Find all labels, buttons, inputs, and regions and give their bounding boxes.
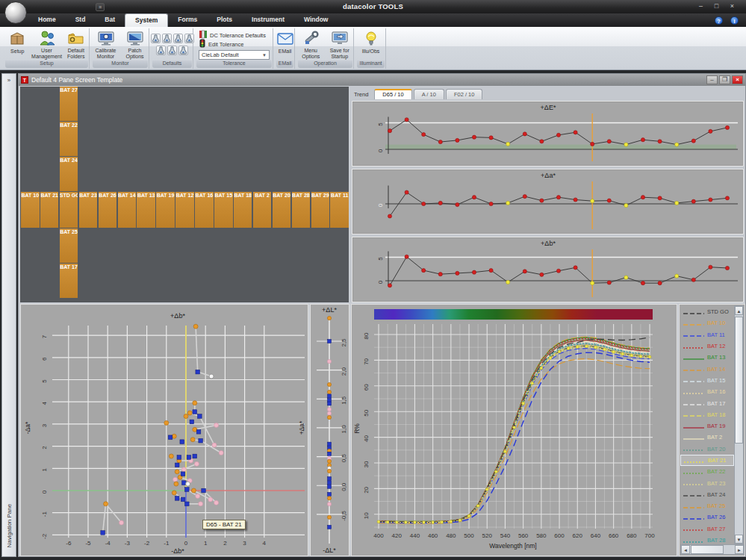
menu-tab-instrument[interactable]: Instrument <box>242 13 294 27</box>
menu-tab-system[interactable]: System <box>125 13 168 27</box>
doc-close-button[interactable]: × <box>732 75 743 84</box>
legend-item-bat-28[interactable]: BAT 28 <box>680 535 734 544</box>
svg-text:-4: -4 <box>105 540 111 547</box>
tab-f02-10[interactable]: F02 / 10 <box>446 89 483 99</box>
scroll-thumb[interactable] <box>735 317 743 444</box>
patch-bat-2[interactable]: BAT 2 <box>253 192 272 228</box>
flask-icon <box>179 44 187 57</box>
patch-bat-12[interactable]: BAT 12 <box>175 192 194 228</box>
minimize-button[interactable]: – <box>696 2 706 10</box>
patch-bat-17[interactable]: BAT 17 <box>60 264 78 298</box>
menu-tab-forms[interactable]: Forms <box>168 13 207 27</box>
default-option-button[interactable] <box>167 46 177 55</box>
svg-text:500: 500 <box>464 532 474 539</box>
svg-text:0: 0 <box>41 490 48 494</box>
default-option-button[interactable] <box>156 46 166 55</box>
spectral-curve-pane[interactable]: 1020304050607080400420440460480500520540… <box>351 304 677 556</box>
help-icon[interactable]: ? <box>715 16 723 25</box>
flask-icon <box>168 44 176 57</box>
setup-button[interactable]: Setup <box>4 28 31 60</box>
scroll-right-icon[interactable]: ► <box>735 545 744 554</box>
menu-options-button[interactable]: Menu Options <box>297 28 325 60</box>
tab-a-10[interactable]: A / 10 <box>414 89 444 99</box>
illu-obs-button[interactable]: Illu/Obs <box>356 28 385 60</box>
patch-bat-22[interactable]: BAT 22 <box>60 122 78 156</box>
svg-text:Wavelength [nm]: Wavelength [nm] <box>489 542 536 550</box>
patch-bat-20[interactable]: BAT 20 <box>273 192 291 228</box>
menu-tab-window[interactable]: Window <box>294 13 338 27</box>
patch-bat-18[interactable]: BAT 18 <box>234 192 252 228</box>
svg-text:+Δa*: +Δa* <box>541 172 556 179</box>
info-icon[interactable]: i <box>730 16 739 25</box>
ab-scatter-pane[interactable]: -6-5-4-3-2-101234-2-101234567+Δb*-Δb*-Δa… <box>20 304 308 556</box>
svg-text:0: 0 <box>184 540 188 547</box>
default-option-button[interactable] <box>184 34 194 43</box>
svg-text:80: 80 <box>363 332 370 339</box>
patch-bat-19[interactable]: BAT 19 <box>156 192 175 228</box>
patch-bat-16[interactable]: BAT 16 <box>195 192 214 228</box>
default-option-button[interactable] <box>151 34 161 43</box>
edit-tolerance-button[interactable]: Edit Tolerance <box>199 40 270 49</box>
patch-bat-23[interactable]: BAT 23 <box>79 192 98 228</box>
svg-text:70: 70 <box>363 358 370 364</box>
trend-chart-2[interactable]: 0+Δa* <box>352 169 744 234</box>
calibrate-monitor-button[interactable]: Calibrate Monitor <box>92 28 119 60</box>
app-logo-icon[interactable] <box>4 1 27 24</box>
document-titlebar[interactable]: T Default 4 Pane Screen Template – ❐ × <box>19 74 745 86</box>
lightness-strip-pane[interactable]: 2,52,01,51,00,50,0-0,5+ΔL*-ΔL* <box>310 304 349 556</box>
email-button[interactable]: EMail <box>276 28 294 60</box>
scroll-left-icon[interactable]: ◄ <box>681 545 690 554</box>
patch-bat-10[interactable]: BAT 10 <box>21 192 40 228</box>
svg-text:-3: -3 <box>125 540 131 547</box>
default-option-button[interactable] <box>173 34 183 43</box>
trend-chart-1[interactable]: 50+ΔE* <box>352 101 744 167</box>
scroll-thumb[interactable] <box>691 545 724 554</box>
patch-bat-28[interactable]: BAT 28 <box>292 192 311 228</box>
tab-d65-10[interactable]: D65 / 10 <box>374 89 411 99</box>
patch-std-go[interactable]: STD GO <box>60 192 78 228</box>
ribbon-group-label: Operation <box>298 60 352 68</box>
doc-minimize-button[interactable]: – <box>706 75 718 84</box>
patch-bat-11[interactable]: BAT 11 <box>330 192 349 228</box>
menu-tab-std[interactable]: Std <box>66 13 96 27</box>
legend-horizontal-scrollbar[interactable]: ◄ ► <box>680 544 745 555</box>
svg-text:520: 520 <box>482 532 493 539</box>
users-icon <box>38 30 56 47</box>
ribbon-group-operation: Menu OptionsSave for StartupOperation <box>297 28 354 69</box>
default-option-button[interactable] <box>162 34 172 43</box>
patch-bat-13[interactable]: BAT 13 <box>137 192 155 228</box>
menu-tab-bat[interactable]: Bat <box>95 13 125 27</box>
doc-restore-button[interactable]: ❐ <box>719 75 730 84</box>
svg-text:1: 1 <box>204 540 208 547</box>
patch-options-button[interactable]: Patch Options <box>121 28 149 60</box>
scroll-down-icon[interactable]: ▼ <box>735 535 743 544</box>
scroll-up-icon[interactable]: ▲ <box>735 306 743 315</box>
legend-vertical-scrollbar[interactable]: ▲ ▼ <box>734 305 744 544</box>
default-folders-button[interactable]: Default Folders <box>63 28 90 60</box>
patch-bat-24[interactable]: BAT 24 <box>60 157 78 191</box>
patch-bat-25[interactable]: BAT 25 <box>60 228 78 263</box>
patch-bat-27[interactable]: BAT 27 <box>60 87 78 121</box>
svg-text:580: 580 <box>536 532 547 539</box>
svg-text:-2: -2 <box>144 540 150 547</box>
patch-bat-21[interactable]: BAT 21 <box>40 192 59 228</box>
patch-bat-26[interactable]: BAT 26 <box>99 192 117 228</box>
patch-bat-15[interactable]: BAT 15 <box>214 192 233 228</box>
user-management-button[interactable]: User Management <box>32 28 62 60</box>
menu-tab-plots[interactable]: Plots <box>207 13 242 27</box>
monitor-patch-icon <box>126 30 144 47</box>
maximize-button[interactable]: □ <box>712 2 721 10</box>
dc-tolerance-defaults-button[interactable]: DC Tolerance Defaults <box>199 31 270 40</box>
trend-chart-3[interactable]: 50+Δb* <box>352 237 744 302</box>
svg-text:660: 660 <box>609 532 619 539</box>
save-for-startup-button[interactable]: Save for Startup <box>326 28 354 60</box>
patch-bat-29[interactable]: BAT 29 <box>311 192 330 228</box>
nav-collapse-button[interactable]: » <box>3 75 15 86</box>
menubar: HomeStdBatSystemFormsPlotsInstrumentWind… <box>0 13 746 27</box>
patch-bat-14[interactable]: BAT 14 <box>118 192 137 228</box>
tolerance-dropdown[interactable]: CieLab Default▼ <box>199 50 270 60</box>
svg-text:-0,5: -0,5 <box>341 510 347 520</box>
close-button[interactable]: × <box>727 2 737 10</box>
default-option-button[interactable] <box>178 46 188 55</box>
menu-tab-home[interactable]: Home <box>28 13 66 27</box>
